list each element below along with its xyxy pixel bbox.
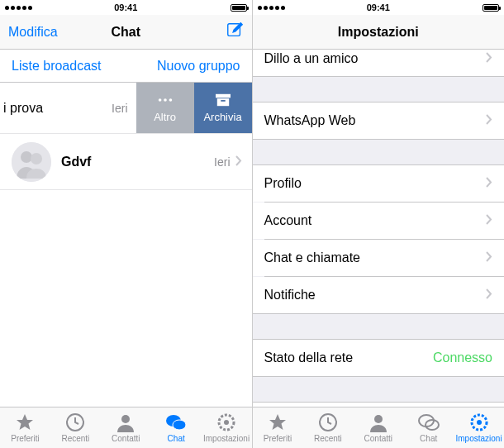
nav-title: Impostazioni (311, 25, 447, 40)
tab-label: Contatti (112, 434, 140, 443)
chat-bubbles-icon (165, 412, 187, 432)
compose-button[interactable] (194, 21, 244, 43)
chevron-right-icon (235, 155, 242, 169)
cell-tell-friend[interactable]: Dillo a un amico (253, 50, 505, 76)
svg-point-17 (374, 415, 383, 423)
signal-dots (258, 6, 285, 10)
status-time: 09:41 (367, 2, 390, 12)
tab-label: Recenti (314, 434, 342, 443)
person-icon (368, 412, 389, 432)
cell-label: Account (264, 213, 487, 228)
tab-label: Chat (168, 434, 185, 443)
sub-bar: Liste broadcast Nuovo gruppo (0, 50, 252, 83)
gear-icon (468, 412, 490, 432)
cell-chat-calls[interactable]: Chat e chiamate (253, 240, 505, 276)
tab-label: Impostazioni (456, 434, 502, 443)
tab-recent[interactable]: Recenti (302, 407, 353, 448)
svg-point-9 (31, 153, 42, 164)
tab-label: Preferiti (264, 434, 292, 443)
status-time: 09:41 (114, 2, 137, 12)
tab-label: Impostazioni (203, 434, 250, 443)
cell-value: Connesso (433, 350, 492, 365)
chat-name: i prova (3, 101, 43, 116)
clock-icon (64, 412, 86, 432)
cell-label: Profilo (264, 176, 487, 191)
svg-point-11 (121, 415, 130, 423)
cell-label: WhatsApp Web (264, 113, 487, 128)
star-icon (14, 412, 36, 432)
archive-icon (214, 93, 232, 107)
swipe-archive-button[interactable]: Archivia (194, 83, 252, 133)
cell-notifications[interactable]: Notifiche (253, 277, 505, 313)
tab-bar: Preferiti Recenti Contatti Chat Impostaz… (0, 407, 252, 448)
nav-bar: Impostazioni (253, 15, 505, 50)
swipe-archive-label: Archivia (203, 111, 241, 123)
chat-name: Gdvf (61, 155, 214, 169)
chevron-right-icon (486, 250, 492, 265)
tab-favorites[interactable]: Preferiti (0, 407, 50, 448)
signal-dots (5, 6, 32, 10)
tab-recent[interactable]: Recenti (50, 407, 101, 448)
nav-title: Chat (58, 25, 194, 40)
svg-point-13 (173, 420, 186, 430)
chat-row-swiped[interactable]: i prova Ieri Altro Archivia (0, 83, 252, 134)
swipe-more-button[interactable]: Altro (136, 83, 194, 133)
tab-label: Contatti (364, 434, 392, 443)
left-screen: 09:41 Modifica Chat Liste broadcast Nuov… (0, 0, 253, 448)
cell-label: Stato della rete (264, 350, 433, 365)
chevron-right-icon (486, 288, 492, 303)
svg-rect-6 (221, 100, 225, 102)
clock-icon (317, 412, 339, 432)
chevron-right-icon (486, 113, 492, 128)
tab-chat[interactable]: Chat (151, 407, 202, 448)
svg-point-1 (158, 98, 161, 102)
tab-bar: Preferiti Recenti Contatti Chat Impostaz… (253, 407, 505, 448)
svg-point-8 (21, 151, 32, 163)
chat-row[interactable]: Gdvf Ieri (0, 134, 252, 190)
cell-profile[interactable]: Profilo (253, 165, 505, 202)
battery-icon (231, 4, 247, 12)
tab-contacts[interactable]: Contatti (101, 407, 151, 448)
nav-bar: Modifica Chat (0, 15, 252, 50)
chevron-right-icon (486, 176, 492, 191)
tab-contacts[interactable]: Contatti (353, 407, 403, 448)
gear-icon (216, 412, 237, 432)
svg-point-21 (477, 420, 482, 425)
cell-account[interactable]: Account (253, 203, 505, 239)
edit-button[interactable]: Modifica (8, 25, 58, 40)
tab-label: Recenti (61, 434, 89, 443)
tab-label: Preferiti (11, 434, 39, 443)
svg-point-3 (169, 98, 172, 102)
tab-settings[interactable]: Impostazioni (454, 407, 504, 448)
swipe-more-label: Altro (154, 111, 176, 123)
tab-favorites[interactable]: Preferiti (253, 407, 303, 448)
right-screen: 09:41 Impostazioni Dillo a un amico What… (253, 0, 505, 448)
group-avatar-icon (12, 142, 51, 182)
chat-row-content: i prova Ieri (0, 83, 136, 133)
svg-rect-4 (216, 94, 231, 98)
tab-label: Chat (420, 434, 437, 443)
svg-rect-5 (216, 98, 228, 106)
broadcast-lists-link[interactable]: Liste broadcast (12, 59, 102, 74)
new-group-link[interactable]: Nuovo gruppo (157, 59, 240, 74)
status-bar: 09:41 (253, 0, 505, 15)
battery-icon (483, 4, 499, 12)
chat-bubbles-icon (418, 412, 440, 432)
more-icon (156, 93, 174, 107)
cell-whatsapp-web[interactable]: WhatsApp Web (253, 102, 505, 139)
star-icon (267, 412, 288, 432)
tab-chat[interactable]: Chat (403, 407, 454, 448)
chevron-right-icon (486, 51, 492, 66)
avatar (12, 142, 51, 182)
svg-point-15 (224, 420, 229, 425)
cell-label: Notifiche (264, 288, 487, 303)
tab-settings[interactable]: Impostazioni (202, 407, 252, 448)
chevron-right-icon (486, 213, 492, 228)
chat-time: Ieri (214, 155, 230, 169)
compose-icon (226, 21, 244, 40)
cell-label: Dillo a un amico (264, 51, 487, 66)
svg-point-2 (164, 98, 167, 102)
settings-list[interactable]: Dillo a un amico WhatsApp Web Profilo Ac… (253, 50, 505, 448)
cell-network-status[interactable]: Stato della rete Connesso (253, 340, 505, 376)
person-icon (115, 412, 136, 432)
